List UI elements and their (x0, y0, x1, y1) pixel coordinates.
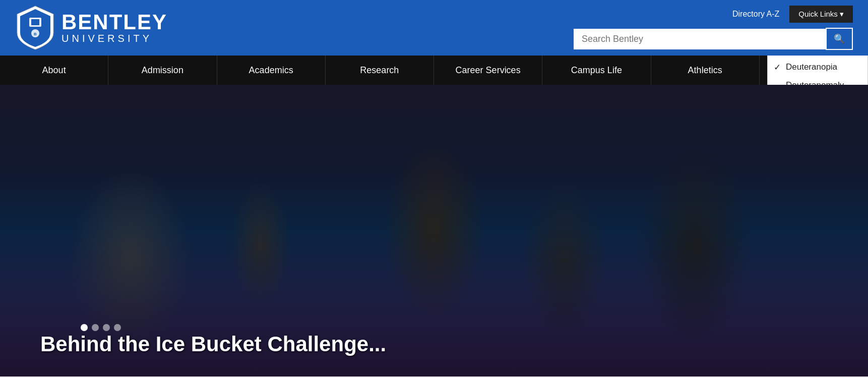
search-button[interactable]: 🔍 (826, 28, 853, 50)
nav-item-career-services[interactable]: Career Services (434, 56, 542, 85)
search-area: 🔍 (574, 28, 853, 50)
nav-item-research[interactable]: Research (326, 56, 434, 85)
university-label: UNIVERSITY (61, 33, 167, 44)
top-links: Directory A-Z Quick Links ▾ (732, 6, 853, 23)
accessibility-option-deuteranopia[interactable]: Deuteranopia (768, 58, 867, 76)
slide-indicators (81, 324, 121, 331)
search-input[interactable] (574, 29, 826, 49)
quick-links-button[interactable]: Quick Links ▾ (789, 6, 853, 23)
hero-caption: Behind the Ice Bucket Challenge... (40, 317, 386, 356)
top-bar: B BENTLEY UNIVERSITY Directory A-Z Quick… (0, 0, 868, 56)
bentley-label: BENTLEY (61, 12, 167, 33)
directory-link[interactable]: Directory A-Z (732, 10, 779, 19)
header-right: Directory A-Z Quick Links ▾ 🔍 (574, 6, 853, 50)
slide-dot-1[interactable] (92, 324, 99, 331)
university-name: BENTLEY UNIVERSITY (61, 12, 167, 44)
svg-rect-1 (31, 19, 39, 25)
slide-dot-3[interactable] (114, 324, 121, 331)
hero-section: Behind the Ice Bucket Challenge... (0, 85, 868, 376)
hero-title: Behind the Ice Bucket Challenge... (40, 332, 386, 356)
logo-area[interactable]: B BENTLEY UNIVERSITY (15, 5, 167, 50)
slide-dot-2[interactable] (103, 324, 110, 331)
nav-item-academics[interactable]: Academics (217, 56, 326, 85)
nav-item-admission[interactable]: Admission (108, 56, 217, 85)
slide-dot-0[interactable] (81, 324, 88, 331)
svg-text:B: B (34, 32, 37, 36)
nav-item-campus-life[interactable]: Campus Life (542, 56, 651, 85)
nav-item-about[interactable]: About (0, 56, 108, 85)
bentley-shield-logo: B (15, 5, 55, 50)
